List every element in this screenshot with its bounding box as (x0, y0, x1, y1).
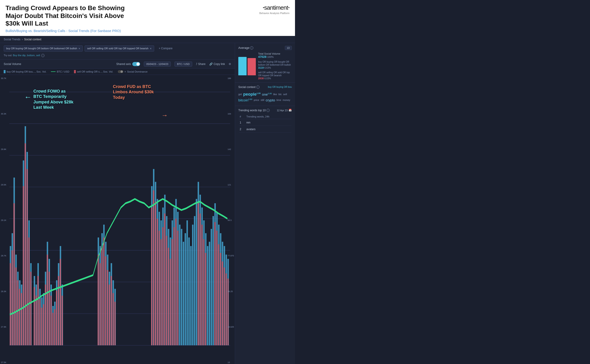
chart-area: buy OR buying OR bought OR bottom OR bot… (0, 43, 235, 364)
svg-rect-100 (179, 225, 180, 345)
svg-rect-77 (101, 246, 103, 345)
header: Trading Crowd Appears to Be Showing Majo… (0, 0, 295, 36)
trending-word-2[interactable]: avatars (245, 126, 291, 132)
svg-rect-105 (188, 238, 190, 345)
svg-rect-135 (166, 236, 167, 345)
svg-rect-127 (151, 208, 152, 345)
svg-rect-117 (211, 229, 212, 345)
social-context-title: Social context (238, 85, 256, 89)
word-get[interactable]: get (238, 93, 242, 96)
average-title: Average (238, 46, 249, 50)
word-btc[interactable]: btc (278, 93, 282, 96)
svg-rect-58 (51, 296, 52, 345)
social-context-header: Social context i buy OR buying OR bou (238, 85, 292, 89)
svg-rect-62 (58, 276, 59, 345)
svg-rect-108 (194, 216, 195, 345)
word-bitcoin[interactable]: bitcoin0.80 (238, 98, 252, 102)
svg-rect-64 (62, 296, 63, 345)
word-price[interactable]: price (254, 99, 259, 101)
svg-rect-61 (56, 291, 57, 345)
word-money[interactable]: money (282, 99, 290, 101)
svg-rect-154 (228, 279, 229, 345)
settings-icon[interactable]: ⚙ (229, 62, 231, 66)
word-time[interactable]: time (276, 99, 281, 101)
shared-axis-switch[interactable] (132, 62, 140, 66)
legend-item-4[interactable]: × Social Dominance (118, 70, 147, 73)
svg-rect-82 (111, 276, 112, 345)
trending-col-word: Trending words, 24h (245, 114, 291, 119)
trending-num-1: 1 (239, 120, 245, 126)
search-pill-1[interactable]: buy OR buying OR bought OR bottom OR bot… (4, 46, 83, 52)
svg-rect-149 (218, 244, 219, 345)
social-volume-label: Social Volume (4, 62, 21, 66)
svg-rect-59 (52, 313, 53, 345)
svg-rect-131 (158, 231, 160, 345)
svg-rect-142 (198, 202, 199, 345)
shared-axis-toggle[interactable]: Shared axis (116, 62, 140, 66)
logo: ·santiment· Behavior Analysis Platform (259, 4, 289, 14)
svg-rect-23 (13, 203, 15, 345)
svg-rect-24 (15, 267, 17, 345)
svg-rect-136 (168, 248, 169, 345)
close-pill-1-icon[interactable]: × (79, 47, 80, 50)
close-pill-2-icon[interactable]: × (150, 47, 152, 50)
try-out-info-icon[interactable]: i (41, 54, 45, 57)
link-icon: 🔗 (209, 62, 213, 66)
svg-rect-137 (170, 259, 171, 345)
legend-item-3: sell OR selling OR s..., Soc. Vol. (74, 70, 113, 73)
svg-rect-129 (155, 202, 156, 345)
chart-toolbar: Social Volume Shared axis 05/04/23 - 12/… (0, 60, 235, 69)
average-period[interactable]: 1D (285, 46, 292, 50)
legend-bar: buy OR buying OR bou..., Soc. Vol. BTC /… (0, 69, 235, 75)
svg-rect-84 (114, 302, 115, 345)
pair-selector[interactable]: BTC / USD (174, 62, 192, 67)
average-item-1: buy OR buying OR bought OR bottom OR bot… (258, 60, 292, 69)
svg-rect-109 (196, 199, 197, 345)
social-context-info-icon[interactable]: i (256, 85, 260, 89)
copy-link-button[interactable]: 🔗 Copy link (209, 62, 225, 66)
svg-rect-133 (162, 227, 164, 345)
svg-rect-132 (160, 239, 162, 345)
date-range-selector[interactable]: 05/04/23 - 12/04/23 (144, 62, 171, 67)
share-button[interactable]: ⤴ Share (196, 62, 206, 66)
average-info-icon[interactable]: i (250, 46, 253, 50)
main-content: buy OR buying OR bought OR bottom OR bot… (0, 43, 295, 364)
svg-rect-102 (183, 242, 184, 345)
average-bar-red (248, 58, 256, 75)
average-header: Average i 1D (238, 46, 292, 50)
svg-rect-80 (107, 270, 108, 345)
svg-rect-53 (41, 308, 42, 345)
legend-label-1: buy OR buying OR bou..., Soc. Vol. (7, 70, 46, 73)
trending-info-icon[interactable]: i (266, 109, 270, 112)
word-sell[interactable]: sell (283, 93, 287, 96)
svg-rect-56 (47, 254, 48, 345)
svg-rect-27 (21, 293, 22, 345)
social-dominance-toggle[interactable] (118, 70, 123, 73)
chart-container: 30.7K 30.3K 29.9K 29.5K 29.1K 28.7K 28.3… (0, 75, 235, 364)
legend-close-icon[interactable]: × (125, 70, 126, 73)
search-bar: buy OR buying OR bought OR bottom OR bot… (0, 43, 235, 60)
svg-rect-50 (35, 296, 37, 345)
breadcrumb: Social Trends › Social context (0, 36, 295, 43)
calendar-icon[interactable]: 📅 (288, 109, 292, 112)
word-crypto[interactable]: crypto (266, 98, 275, 102)
legend-item-1: buy OR buying OR bou..., Soc. Vol. (4, 70, 46, 73)
legend-label-3: sell OR selling OR s..., Soc. Vol. (77, 70, 113, 73)
svg-rect-138 (172, 239, 173, 345)
search-pill-2[interactable]: sell OR selling OR sold OR top OR topped… (85, 46, 154, 52)
trending-word-1[interactable]: ren (245, 120, 291, 126)
word-like[interactable]: like (273, 93, 277, 96)
svg-rect-134 (164, 214, 165, 345)
svg-rect-76 (99, 263, 101, 345)
word-still[interactable]: still (261, 99, 264, 101)
breadcrumb-parent[interactable]: Social Trends (4, 38, 20, 41)
page-title: Trading Crowd Appears to Be Showing Majo… (6, 4, 139, 27)
try-out-link[interactable]: Buy the dip, bottom, sell (13, 54, 40, 57)
word-one[interactable]: one0.80 (262, 92, 272, 96)
word-people[interactable]: people1.00 (243, 92, 261, 97)
social-context-subtitle: buy OR buying OR bou (268, 86, 292, 88)
svg-rect-25 (17, 280, 19, 345)
average-section: Average i 1D Total Social Volume 47028 1… (235, 43, 295, 83)
svg-rect-145 (203, 239, 204, 345)
compare-button[interactable]: + Compare (157, 46, 174, 51)
